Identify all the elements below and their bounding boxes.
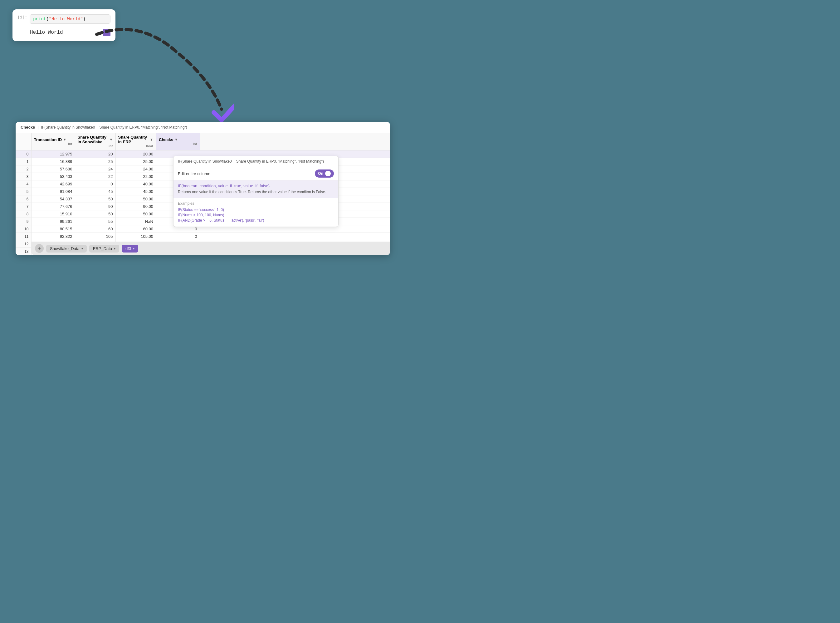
- row-index: 12: [15, 240, 31, 248]
- row-index: 9: [15, 218, 31, 226]
- cell-erp: 60.00: [115, 226, 156, 233]
- cell-erp: 24.00: [115, 166, 156, 173]
- toggle-on-label: On: [318, 171, 323, 176]
- cell-transaction: 42,699: [31, 180, 75, 188]
- popup-formula-row: IF(Share Quantity in Snowflake0==Share Q…: [173, 156, 338, 167]
- tab-label: ERP_Data: [93, 246, 112, 251]
- col-erp-type: float: [118, 144, 153, 149]
- formula-bar: Checks | IF(Share Quantity in Snowflake0…: [15, 122, 390, 133]
- cell-erp: 90.00: [115, 203, 156, 210]
- tab-chevron: ▾: [81, 247, 83, 250]
- cell-erp: 50.00: [115, 210, 156, 218]
- cell-transaction: 80,515: [31, 226, 75, 233]
- popup-description-row: IF(boolean_condition, value_if_true, val…: [173, 180, 338, 198]
- tab-bar: + Snowflake_Data▾ERP_Data▾df3▾: [31, 242, 390, 255]
- cell-transaction: 92,822: [31, 233, 75, 240]
- code-paren-open: (: [46, 17, 49, 21]
- row-index: 11: [15, 233, 31, 240]
- cell-transaction: 15,910: [31, 210, 75, 218]
- cell-transaction: 57,686: [31, 166, 75, 173]
- popup-description: Returns one value if the condition is Tr…: [178, 189, 334, 195]
- row-index: 13: [15, 248, 31, 255]
- row-index: 1: [15, 158, 31, 166]
- filter-icon-erp[interactable]: ▼: [150, 138, 153, 141]
- cell-snowflake: 60: [75, 226, 115, 233]
- tabs-list: Snowflake_Data▾ERP_Data▾df3▾: [46, 245, 138, 253]
- purple-cursor: [103, 29, 110, 36]
- cell-transaction: 54,337: [31, 195, 75, 203]
- tab-item-snowflake-data[interactable]: Snowflake_Data▾: [46, 245, 87, 253]
- col-snowflake-type: int: [78, 144, 113, 149]
- cell-transaction: 12,975: [31, 150, 75, 158]
- cell-erp: 22.00: [115, 173, 156, 180]
- col-header-snowflake: Share Quantity in Snowflake ▼ int: [75, 133, 115, 150]
- col-checks-label: Checks: [159, 137, 173, 142]
- cell-erp: 105.00: [115, 233, 156, 240]
- index-header: [15, 133, 31, 150]
- popup-toggle-row: Edit entire column On: [173, 167, 338, 180]
- row-index: 8: [15, 210, 31, 218]
- popup-toggle-label: Edit entire column: [178, 171, 210, 176]
- formula-bar-formula[interactable]: IF(Share Quantity in Snowflake0==Share Q…: [41, 125, 187, 129]
- col-erp-label: Share Quantity in ERP: [118, 135, 149, 144]
- tab-chevron: ▾: [114, 247, 115, 250]
- cell-transaction: 99,261: [31, 218, 75, 226]
- cell-snowflake: 0: [75, 180, 115, 188]
- table-area: Transaction ID ▼ int Share Quantity in S…: [15, 133, 390, 255]
- row-index: 4: [15, 180, 31, 188]
- row-index: 0: [15, 150, 31, 158]
- cell-snowflake: 90: [75, 203, 115, 210]
- row-index: 7: [15, 203, 31, 210]
- formula-bar-separator: |: [37, 125, 38, 129]
- cell-number: [1]:: [17, 14, 27, 20]
- cell-erp: 45.00: [115, 188, 156, 195]
- jupyter-cell: [1]: print("Hello World") Hello World: [12, 9, 115, 41]
- code-paren-close: ): [83, 17, 86, 21]
- filter-icon-snowflake[interactable]: ▼: [110, 138, 113, 141]
- cell-erp: NaN: [115, 218, 156, 226]
- row-index: 6: [15, 195, 31, 203]
- cell-transaction: 53,403: [31, 173, 75, 180]
- tab-item-df3[interactable]: df3▾: [122, 245, 138, 253]
- col-checks-type: int: [159, 142, 197, 147]
- tab-add-button[interactable]: +: [35, 244, 44, 253]
- tab-item-erp-data[interactable]: ERP_Data▾: [89, 245, 119, 253]
- cell-snowflake: 55: [75, 218, 115, 226]
- tab-label: df3: [126, 246, 131, 251]
- arrow-decoration: [78, 28, 234, 122]
- cell-snowflake: 22: [75, 173, 115, 180]
- col-transaction-label: Transaction ID: [34, 137, 62, 142]
- cell-snowflake: 25: [75, 158, 115, 166]
- popup-formula-text: IF(Share Quantity in Snowflake0==Share Q…: [178, 159, 324, 164]
- formula-popup: IF(Share Quantity in Snowflake0==Share Q…: [173, 156, 339, 227]
- row-index: 2: [15, 166, 31, 173]
- row-index: 5: [15, 188, 31, 195]
- toggle-switch[interactable]: On: [315, 169, 334, 178]
- popup-example: IF(AND(Grade >= .6, Status == 'active'),…: [178, 218, 334, 222]
- col-header-transaction: Transaction ID ▼ int: [31, 133, 75, 150]
- cell-transaction: 77,676: [31, 203, 75, 210]
- col-snowflake-label: Share Quantity in Snowflake: [78, 135, 108, 144]
- cell-snowflake: 50: [75, 195, 115, 203]
- toggle-knob: [325, 171, 331, 176]
- cell-transaction: 16,889: [31, 158, 75, 166]
- table-row: 11 92,822 105 105.00 0: [15, 233, 390, 240]
- cell-erp: 20.00: [115, 150, 156, 158]
- cell-erp: 40.00: [115, 180, 156, 188]
- cell-snowflake: 24: [75, 166, 115, 173]
- col-transaction-type: int: [34, 142, 72, 147]
- cell-snowflake: 20: [75, 150, 115, 158]
- popup-signature: IF(boolean_condition, value_if_true, val…: [178, 184, 334, 188]
- tab-chevron: ▾: [133, 247, 135, 250]
- col-header-checks: Checks ▼ int: [156, 133, 200, 150]
- code-function: print: [33, 17, 46, 21]
- cell-snowflake: 50: [75, 210, 115, 218]
- cell-checks: 0: [156, 233, 200, 240]
- filter-icon-transaction[interactable]: ▼: [63, 138, 66, 141]
- cell-transaction: 91,084: [31, 188, 75, 195]
- cell-code[interactable]: print("Hello World"): [30, 14, 110, 24]
- cell-empty: [200, 233, 390, 240]
- popup-example: IF(Status == 'success', 1, 0): [178, 207, 334, 212]
- cell-erp: 50.00: [115, 195, 156, 203]
- filter-icon-checks[interactable]: ▼: [175, 138, 178, 141]
